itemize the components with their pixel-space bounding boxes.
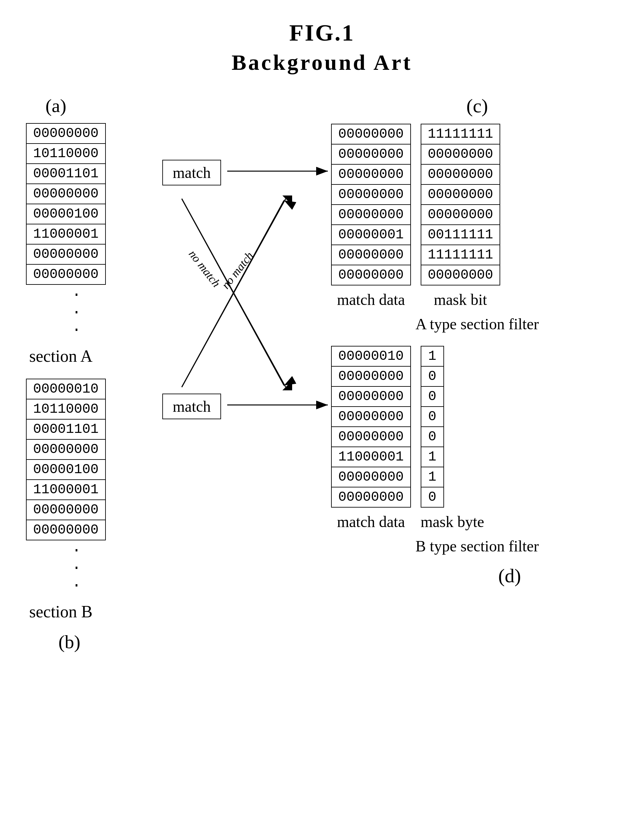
mask-byte-label: mask byte	[421, 513, 484, 531]
page-title: FIG.1	[0, 0, 644, 46]
label-a: (a)	[46, 95, 106, 117]
c-lower-mask-table: 10000110	[421, 346, 444, 507]
svg-line-13	[182, 199, 284, 386]
section-a-table: 0000000010110000000011010000000000000100…	[26, 123, 106, 340]
svg-line-12	[182, 200, 284, 387]
section-a-label: section A	[29, 346, 106, 366]
svg-text:no match: no match	[186, 247, 223, 289]
page-subtitle: Background Art	[0, 50, 644, 75]
c-lower-match-table: 0000001000000000000000000000000000000000…	[331, 346, 411, 507]
match-data-lower-label: match data	[331, 513, 411, 531]
section-b-table: 0000001010110000000011010000000000000100…	[26, 379, 106, 596]
label-d: (d)	[396, 565, 623, 587]
mask-bit-label: mask bit	[421, 290, 500, 309]
arrows-svg: no match no match	[156, 114, 337, 569]
c-upper-match-table: 0000000000000000000000000000000000000000…	[331, 124, 411, 286]
label-b: (b)	[58, 631, 106, 653]
filter-a-label: A type section filter	[331, 315, 623, 333]
filter-b-label: B type section filter	[331, 537, 623, 555]
c-upper-mask-table: 1111111100000000000000000000000000000000…	[421, 124, 500, 286]
label-c: (c)	[331, 95, 623, 117]
match-data-upper-label: match data	[331, 290, 411, 309]
section-b-label: section B	[29, 602, 106, 621]
